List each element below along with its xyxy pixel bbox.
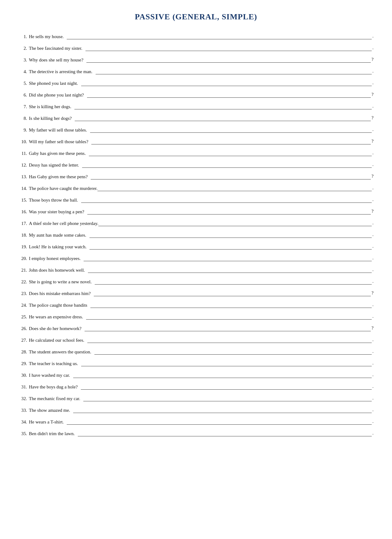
end-punct: ? bbox=[371, 115, 374, 122]
answer-area: . bbox=[87, 301, 374, 309]
item-sentence: A thief stole her cell phone yesterday. bbox=[29, 220, 98, 227]
answer-area: . bbox=[82, 45, 374, 52]
exercise-item: 4. The detective is arresting the man. . bbox=[18, 65, 374, 75]
exercise-item: 15. Those boys throw the ball. . bbox=[18, 194, 374, 203]
item-number: 25. bbox=[18, 314, 29, 320]
answer-line[interactable] bbox=[73, 407, 372, 413]
answer-area: . bbox=[86, 231, 374, 238]
item-number: 20. bbox=[18, 255, 29, 262]
item-number: 1. bbox=[18, 33, 29, 40]
answer-line[interactable] bbox=[78, 430, 372, 436]
end-punct: . bbox=[372, 383, 374, 390]
item-sentence: Was your sister buying a pen? bbox=[29, 209, 84, 215]
answer-line[interactable] bbox=[73, 372, 372, 378]
answer-line[interactable] bbox=[90, 302, 372, 308]
item-number: 2. bbox=[18, 45, 29, 52]
exercise-item: 17. A thief stole her cell phone yesterd… bbox=[18, 217, 374, 227]
answer-line[interactable] bbox=[81, 384, 372, 390]
exercise-item: 24. The police caught those bandits . bbox=[18, 299, 374, 309]
answer-line[interactable] bbox=[91, 138, 371, 144]
item-sentence: Is she killing her dogs? bbox=[29, 115, 72, 122]
item-number: 30. bbox=[18, 372, 29, 379]
end-punct: ? bbox=[371, 325, 374, 332]
end-punct: . bbox=[372, 372, 374, 379]
answer-area: . bbox=[70, 372, 374, 379]
item-sentence: Does his mistake embarrass him? bbox=[29, 290, 91, 297]
answer-area: . bbox=[78, 383, 374, 390]
answer-area: . bbox=[83, 313, 374, 320]
answer-line[interactable] bbox=[81, 197, 372, 203]
item-number: 22. bbox=[18, 279, 29, 285]
item-number: 17. bbox=[18, 220, 29, 227]
answer-line[interactable] bbox=[94, 290, 371, 296]
exercise-item: 29. The teacher is teaching us. . bbox=[18, 357, 374, 367]
answer-area: . bbox=[75, 430, 374, 437]
answer-line[interactable] bbox=[82, 162, 372, 168]
answer-line[interactable] bbox=[75, 115, 371, 121]
answer-line[interactable] bbox=[87, 337, 372, 343]
answer-line[interactable] bbox=[89, 150, 372, 156]
end-punct: . bbox=[372, 336, 374, 344]
answer-line[interactable] bbox=[87, 92, 371, 98]
answer-area: ? bbox=[91, 290, 374, 297]
exercise-item: 6. Did she phone you last night? ? bbox=[18, 89, 374, 98]
answer-line[interactable] bbox=[85, 325, 371, 331]
item-number: 26. bbox=[18, 325, 29, 332]
item-sentence: She is killing her dogs. bbox=[29, 104, 71, 110]
item-sentence: I employ honest employees. bbox=[29, 255, 81, 262]
answer-line[interactable] bbox=[67, 33, 372, 39]
exercise-item: 21. John does his homework well. . bbox=[18, 264, 374, 273]
answer-line[interactable] bbox=[89, 232, 372, 238]
answer-line[interactable] bbox=[81, 80, 372, 86]
item-number: 7. bbox=[18, 104, 29, 110]
answer-line[interactable] bbox=[74, 103, 372, 109]
end-punct: ? bbox=[371, 56, 374, 63]
item-number: 14. bbox=[18, 185, 29, 192]
item-number: 35. bbox=[18, 431, 29, 437]
answer-line[interactable] bbox=[91, 173, 371, 179]
item-sentence: He wears a T-shirt. bbox=[29, 419, 64, 425]
answer-line[interactable] bbox=[94, 348, 372, 355]
exercise-item: 20. I employ honest employees. . bbox=[18, 252, 374, 262]
item-number: 29. bbox=[18, 360, 29, 367]
answer-area: ? bbox=[84, 208, 374, 215]
item-number: 31. bbox=[18, 384, 29, 390]
answer-line[interactable] bbox=[85, 45, 372, 51]
answer-line[interactable] bbox=[96, 68, 372, 74]
answer-area: . bbox=[70, 407, 374, 414]
exercise-item: 27. He calculated our school fees. . bbox=[18, 334, 374, 344]
answer-line[interactable] bbox=[86, 57, 371, 63]
exercise-item: 9. My father will sell those tables. . bbox=[18, 124, 374, 133]
answer-line[interactable] bbox=[87, 208, 371, 214]
answer-line[interactable] bbox=[81, 360, 372, 366]
answer-line[interactable] bbox=[95, 278, 372, 285]
exercise-item: 10. Will my father sell those tables? ? bbox=[18, 135, 374, 145]
answer-line[interactable] bbox=[98, 220, 372, 226]
item-number: 15. bbox=[18, 197, 29, 203]
answer-area: . bbox=[81, 255, 374, 262]
end-punct: . bbox=[372, 278, 374, 285]
exercise-list: 1. He sells my house. . 2. The bee fasci… bbox=[18, 30, 374, 437]
answer-area: . bbox=[92, 278, 374, 285]
item-number: 6. bbox=[18, 92, 29, 98]
end-punct: . bbox=[372, 80, 374, 87]
item-number: 19. bbox=[18, 244, 29, 250]
answer-line[interactable] bbox=[84, 255, 372, 261]
answer-line[interactable] bbox=[90, 127, 372, 133]
end-punct: . bbox=[372, 266, 374, 273]
exercise-item: 23. Does his mistake embarrass him? ? bbox=[18, 287, 374, 297]
exercise-item: 31. Have the boys dug a hole? . bbox=[18, 380, 374, 390]
answer-line[interactable] bbox=[97, 185, 372, 191]
answer-line[interactable] bbox=[86, 313, 372, 320]
exercise-item: 30. I have washed my car. . bbox=[18, 369, 374, 379]
answer-line[interactable] bbox=[88, 267, 372, 273]
answer-line[interactable] bbox=[83, 395, 372, 401]
item-sentence: The teacher is teaching us. bbox=[29, 360, 78, 367]
exercise-item: 13. Has Gaby given me these pens? ? bbox=[18, 170, 374, 180]
item-number: 34. bbox=[18, 419, 29, 425]
answer-line[interactable] bbox=[89, 243, 372, 250]
answer-line[interactable] bbox=[67, 419, 372, 425]
item-sentence: John does his homework well. bbox=[29, 267, 85, 273]
answer-area: . bbox=[84, 336, 374, 344]
end-punct: . bbox=[372, 231, 374, 238]
